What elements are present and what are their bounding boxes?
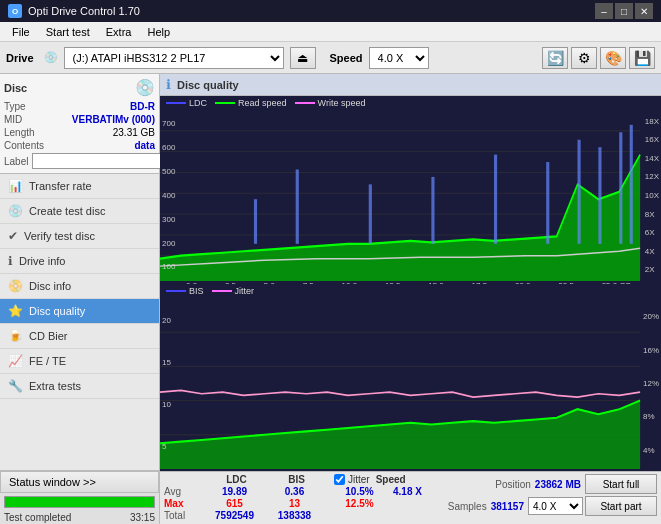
max-bis: 13 bbox=[267, 498, 322, 509]
menu-extra[interactable]: Extra bbox=[98, 24, 140, 40]
write-label: Write speed bbox=[318, 98, 366, 108]
nav-disc-quality-label: Disc quality bbox=[29, 305, 85, 317]
drive-icon: 💿 bbox=[44, 51, 58, 64]
progress-bar-fill bbox=[5, 497, 154, 507]
legend-read: Read speed bbox=[215, 98, 287, 108]
transfer-rate-icon: 📊 bbox=[8, 179, 23, 193]
avg-ldc: 19.89 bbox=[202, 486, 267, 497]
settings2-button[interactable]: 🎨 bbox=[600, 47, 626, 69]
y-label-16pct: 16% bbox=[643, 346, 659, 355]
right-panel: ℹ Disc quality LDC Read speed bbox=[160, 74, 661, 524]
sidebar-item-drive-info[interactable]: ℹ Drive info bbox=[0, 249, 159, 274]
title-bar: O Opti Drive Control 1.70 – □ ✕ bbox=[0, 0, 661, 22]
x2-label-50: 5.0 bbox=[264, 469, 275, 471]
settings1-button[interactable]: ⚙ bbox=[571, 47, 597, 69]
stats-max-row: Max 615 13 12.5% bbox=[164, 498, 444, 509]
eject-button[interactable]: ⏏ bbox=[290, 47, 316, 69]
main-content: Disc 💿 Type BD-R MID VERBATIMv (000) Len… bbox=[0, 74, 661, 524]
svg-rect-11 bbox=[431, 177, 434, 244]
speed-dropdown[interactable]: 4.0 X bbox=[528, 497, 583, 515]
charts-container: LDC Read speed Write speed bbox=[160, 96, 661, 471]
disc-header: Disc 💿 bbox=[4, 78, 155, 97]
speed-stat-label: Speed bbox=[376, 474, 406, 485]
chart2-x-axis: 0.0 2.5 5.0 7.5 10.0 12.5 15.0 17.5 20.0… bbox=[160, 469, 661, 471]
nav-cd-bier-label: CD Bier bbox=[29, 330, 68, 342]
chart-header: ℹ Disc quality bbox=[160, 74, 661, 96]
stats-total-row: Total 7592549 138338 bbox=[164, 510, 444, 521]
sidebar-item-fe-te[interactable]: 📈 FE / TE bbox=[0, 349, 159, 374]
drive-select[interactable]: (J:) ATAPI iHBS312 2 PL17 bbox=[64, 47, 284, 69]
disc-mid-label: MID bbox=[4, 114, 22, 125]
progress-bar-container bbox=[4, 496, 155, 508]
write-color-indicator bbox=[295, 102, 315, 104]
status-time: 33:15 bbox=[130, 512, 155, 523]
title-bar-controls: – □ ✕ bbox=[595, 3, 653, 19]
max-jitter: 12.5% bbox=[332, 498, 387, 509]
x2-label-175: 17.5 bbox=[472, 469, 488, 471]
speed-select[interactable]: 4.0 X bbox=[369, 47, 429, 69]
sidebar-item-extra-tests[interactable]: 🔧 Extra tests bbox=[0, 374, 159, 399]
jitter-check-label: Jitter bbox=[348, 474, 370, 485]
menu-bar: File Start test Extra Help bbox=[0, 22, 661, 42]
y-label-2x: 2X bbox=[645, 265, 659, 274]
y-label-6x: 6X bbox=[645, 228, 659, 237]
sidebar-item-create-test-disc[interactable]: 💿 Create test disc bbox=[0, 199, 159, 224]
menu-start-test[interactable]: Start test bbox=[38, 24, 98, 40]
y-label-4x: 4X bbox=[645, 247, 659, 256]
svg-rect-9 bbox=[296, 169, 299, 243]
minimize-button[interactable]: – bbox=[595, 3, 613, 19]
chart-title: Disc quality bbox=[177, 79, 239, 91]
jitter-color-indicator bbox=[212, 290, 232, 292]
legend-bis: BIS bbox=[166, 286, 204, 296]
chart2-area: BIS Jitter bbox=[160, 284, 661, 471]
jitter-checkbox-group: Jitter bbox=[334, 474, 370, 485]
sidebar-item-verify-test-disc[interactable]: ✔ Verify test disc bbox=[0, 224, 159, 249]
svg-rect-8 bbox=[254, 199, 257, 244]
start-full-button[interactable]: Start full bbox=[585, 474, 657, 494]
disc-type-value: BD-R bbox=[130, 101, 155, 112]
chart2-svg-wrap: 20% 16% 12% 8% 4% 20 15 10 5 bbox=[160, 298, 661, 469]
menu-file[interactable]: File bbox=[4, 24, 38, 40]
chart2-legend: BIS Jitter bbox=[160, 284, 661, 298]
sidebar-item-disc-quality[interactable]: ⭐ Disc quality bbox=[0, 299, 159, 324]
maximize-button[interactable]: □ bbox=[615, 3, 633, 19]
status-window-label: Status window >> bbox=[9, 476, 96, 488]
status-window-button[interactable]: Status window >> bbox=[0, 471, 159, 493]
close-button[interactable]: ✕ bbox=[635, 3, 653, 19]
svg-rect-14 bbox=[578, 140, 581, 244]
samples-value: 381157 bbox=[491, 501, 524, 512]
max-ldc: 615 bbox=[202, 498, 267, 509]
y-label-18x: 18X bbox=[645, 117, 659, 126]
y-label-12x: 12X bbox=[645, 172, 659, 181]
menu-help[interactable]: Help bbox=[139, 24, 178, 40]
nav-disc-info-label: Disc info bbox=[29, 280, 71, 292]
x2-label-25: 2.5 bbox=[225, 469, 236, 471]
start-part-button[interactable]: Start part bbox=[585, 496, 657, 516]
extra-tests-icon: 🔧 bbox=[8, 379, 23, 393]
save-button[interactable]: 💾 bbox=[629, 47, 655, 69]
sidebar-item-transfer-rate[interactable]: 📊 Transfer rate bbox=[0, 174, 159, 199]
disc-mid-value: VERBATIMv (000) bbox=[72, 114, 155, 125]
legend-write: Write speed bbox=[295, 98, 366, 108]
chart1-svg bbox=[160, 110, 661, 281]
disc-info-icon: 📀 bbox=[8, 279, 23, 293]
chart1-svg-wrap: 18X 16X 14X 12X 10X 8X 6X 4X 2X 700 600 bbox=[160, 110, 661, 281]
y-label-20: 20 bbox=[162, 316, 171, 325]
y-label-400: 400 bbox=[162, 191, 175, 200]
disc-label-input[interactable] bbox=[32, 153, 165, 169]
disc-length-row: Length 23.31 GB bbox=[4, 127, 155, 138]
chart1-y-axis-right: 18X 16X 14X 12X 10X 8X 6X 4X 2X bbox=[645, 110, 659, 281]
disc-length-label: Length bbox=[4, 127, 35, 138]
refresh-button[interactable]: 🔄 bbox=[542, 47, 568, 69]
avg-jitter: 10.5% bbox=[332, 486, 387, 497]
sidebar-item-cd-bier[interactable]: 🍺 CD Bier bbox=[0, 324, 159, 349]
status-bottom: Test completed 33:15 bbox=[0, 511, 159, 524]
disc-section: Disc 💿 Type BD-R MID VERBATIMv (000) Len… bbox=[0, 74, 159, 174]
speed-label: Speed bbox=[330, 52, 363, 64]
sidebar-item-disc-info[interactable]: 📀 Disc info bbox=[0, 274, 159, 299]
jitter-checkbox[interactable] bbox=[334, 474, 345, 485]
bis-header: BIS bbox=[269, 474, 324, 485]
y-label-20pct: 20% bbox=[643, 312, 659, 321]
svg-rect-15 bbox=[598, 147, 601, 244]
chart2-y-axis-right: 20% 16% 12% 8% 4% bbox=[643, 298, 659, 469]
